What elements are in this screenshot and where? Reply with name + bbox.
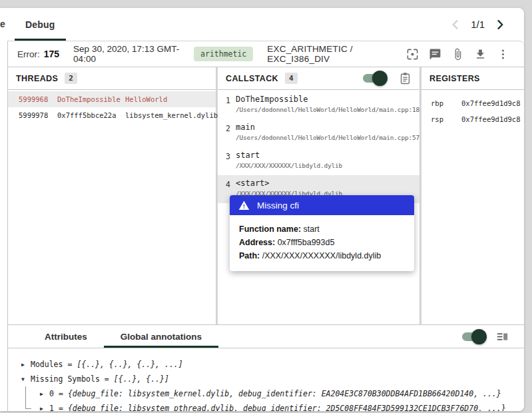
- attachment-icon[interactable]: [451, 48, 464, 61]
- frame-index: 2: [226, 123, 236, 142]
- classifier-badge[interactable]: arithmetic: [194, 47, 253, 61]
- tab-partial-left[interactable]: e: [0, 8, 6, 40]
- frame-function: <start>: [236, 179, 342, 188]
- callstack-title: CALLSTACK: [226, 74, 278, 83]
- tab-attributes[interactable]: Attributes: [28, 325, 104, 348]
- comment-icon[interactable]: [429, 48, 441, 61]
- register-row: rsp 0x7ffee9d1d9c8: [421, 111, 524, 127]
- tree-row-symbol-1[interactable]: ▶ 1 = {debug_file: libsystem_pthread.dyl…: [40, 401, 524, 411]
- tree-key: 0: [49, 389, 54, 398]
- thread-module: libsystem_kernel.dylib: [125, 111, 218, 119]
- callstack-panel: CALLSTACK 4 1 DoTheImpossible/Users/dod: [218, 67, 421, 324]
- tab-global-annotations-label: Global annotations: [121, 332, 202, 342]
- warning-icon: [238, 200, 250, 211]
- thread-id: 5999968: [19, 95, 57, 103]
- error-summary-bar: Error: 175 Sep 30, 2020, 17:13 GMT-04:00…: [8, 41, 524, 67]
- tab-debug[interactable]: Debug: [15, 8, 66, 41]
- thread-id: 5999978: [19, 111, 57, 119]
- missing-cfi-tooltip: Missing cfi Function name: start Address…: [230, 195, 414, 271]
- tooltip-label: Address:: [239, 238, 275, 247]
- tree-row-symbol-0[interactable]: ▶ 0 = {debug_file: libsystem_kernel.dyli…: [40, 386, 524, 401]
- error-label: Error:: [17, 49, 40, 59]
- tree-guide-line: [25, 386, 26, 408]
- thread-row[interactable]: 5999968 DoTheImpossible HelloWorld: [8, 91, 216, 107]
- stack-frame[interactable]: 2 main/Users/dodonnell/HelloWorld/HelloW…: [218, 119, 419, 147]
- frame-function: DoTheImpossible: [236, 95, 419, 104]
- collapse-arrow-icon[interactable]: ▼: [21, 376, 31, 382]
- toggle-knob: [471, 329, 487, 344]
- register-value: 0x7ffee9d1d9c8: [461, 115, 521, 123]
- threads-header: THREADS 2: [8, 67, 216, 90]
- tab-partial-label: e: [0, 19, 5, 29]
- more-vert-icon[interactable]: [497, 48, 509, 61]
- registers-header: REGISTERS: [421, 67, 524, 90]
- callstack-toggle-switch[interactable]: [363, 74, 386, 83]
- frame-function: start: [236, 151, 342, 160]
- panels-row: THREADS 2 5999968 DoTheImpossible HelloW…: [8, 67, 524, 325]
- tooltip-value: 0x7fff5ba993d5: [275, 238, 334, 247]
- threads-panel: THREADS 2 5999968 DoTheImpossible HelloW…: [8, 67, 218, 324]
- tab-attributes-label: Attributes: [45, 332, 87, 342]
- callstack-count-badge: 4: [285, 73, 298, 84]
- stack-frame[interactable]: 1 DoTheImpossible/Users/dodonnell/HelloW…: [218, 91, 419, 119]
- threads-list: 5999968 DoTheImpossible HelloWorld 59999…: [8, 90, 216, 123]
- chevron-right-icon[interactable]: [493, 18, 507, 31]
- tree-value: [{..}, {..}]: [114, 374, 169, 384]
- expand-arrow-icon[interactable]: ▶: [21, 362, 31, 368]
- registers-list: rbp 0x7ffee9d1d9c8 rsp 0x7ffee9d1d9c8: [421, 90, 524, 127]
- frame-function: main: [236, 123, 419, 132]
- tab-debug-label: Debug: [25, 19, 55, 30]
- annotations-toggle-switch[interactable]: [462, 332, 485, 341]
- tree-value: [{..}, {..}, {..}, ...]: [77, 360, 182, 369]
- page-indicator: 1/1: [471, 19, 485, 30]
- pagination: 1/1: [449, 8, 507, 41]
- tree-equals: =: [105, 374, 109, 384]
- tooltip-value: /XXX/XXX/XXXXXX/libdyld.dylib: [260, 251, 381, 260]
- frame-index: 1: [226, 95, 236, 114]
- clipboard-icon[interactable]: [399, 72, 411, 85]
- thread-row[interactable]: 5999978 0x7fff5bbce22a libsystem_kernel.…: [8, 107, 216, 123]
- tooltip-value: start: [301, 224, 320, 234]
- threads-count-badge: 2: [65, 73, 77, 84]
- tree-row-missing-symbols[interactable]: ▼ Missing Symbols = [{..}, {..}]: [21, 372, 524, 386]
- tree-key: Missing Symbols: [31, 374, 100, 384]
- tree-children: ▶ 0 = {debug_file: libsystem_kernel.dyli…: [25, 386, 524, 411]
- error-detail-container: Error: 175 Sep 30, 2020, 17:13 GMT-04:00…: [7, 41, 524, 411]
- expand-arrow-icon[interactable]: ▶: [40, 391, 49, 397]
- download-icon[interactable]: [474, 48, 487, 61]
- tree-key: Modules: [31, 360, 63, 369]
- side-panel-icon[interactable]: [497, 331, 508, 342]
- tooltip-row: Address: 0x7fff5ba993d5: [239, 236, 405, 249]
- registers-title: REGISTERS: [429, 74, 480, 83]
- error-id-group: Error: 175: [17, 49, 59, 59]
- tree-equals: =: [67, 360, 72, 369]
- tooltip-row: Function name: start: [239, 222, 405, 236]
- threads-title: THREADS: [16, 74, 58, 83]
- register-value: 0x7ffee9d1d9c8: [461, 99, 521, 107]
- error-id: 175: [44, 49, 59, 59]
- thread-module: HelloWorld: [125, 95, 167, 103]
- annotations-tab-bar: Attributes Global annotations: [8, 325, 524, 348]
- callstack-frames: 1 DoTheImpossible/Users/dodonnell/HelloW…: [218, 90, 419, 203]
- chevron-left-icon[interactable]: [449, 18, 462, 31]
- registers-panel: REGISTERS rbp 0x7ffee9d1d9c8 rsp 0x7ffee…: [421, 67, 524, 324]
- callstack-header: CALLSTACK 4: [218, 67, 419, 90]
- stack-frame[interactable]: 3 start/XXX/XXX/XXXXXX/libdyld.dylib: [218, 147, 419, 175]
- annotations-controls: [462, 325, 508, 348]
- frame-path: /XXX/XXX/XXXXXX/libdyld.dylib: [236, 162, 342, 170]
- error-actions: [406, 48, 509, 61]
- tooltip-body: Function name: start Address: 0x7fff5ba9…: [230, 215, 414, 271]
- tree-value: {debug_file: libsystem_kernel.dylib, deb…: [68, 389, 501, 398]
- expand-arrow-icon[interactable]: ▶: [40, 406, 49, 412]
- tooltip-header: Missing cfi: [230, 195, 414, 215]
- global-annotations-tree: ▶ Modules = [{..}, {..}, {..}, ...] ▼ Mi…: [8, 348, 524, 411]
- focus-icon[interactable]: [406, 48, 419, 61]
- register-row: rbp 0x7ffee9d1d9c8: [421, 95, 524, 111]
- error-timestamp: Sep 30, 2020, 17:13 GMT-04:00: [73, 44, 180, 64]
- frame-index: 3: [226, 151, 236, 170]
- register-name: rbp: [431, 99, 461, 107]
- tooltip-label: Function name:: [239, 224, 301, 234]
- debug-view-card: e Debug 1/1 Error: 175 Sep 30, 2020, 17:…: [0, 8, 524, 411]
- tree-row-modules[interactable]: ▶ Modules = [{..}, {..}, {..}, ...]: [21, 357, 524, 372]
- tab-global-annotations[interactable]: Global annotations: [104, 325, 218, 348]
